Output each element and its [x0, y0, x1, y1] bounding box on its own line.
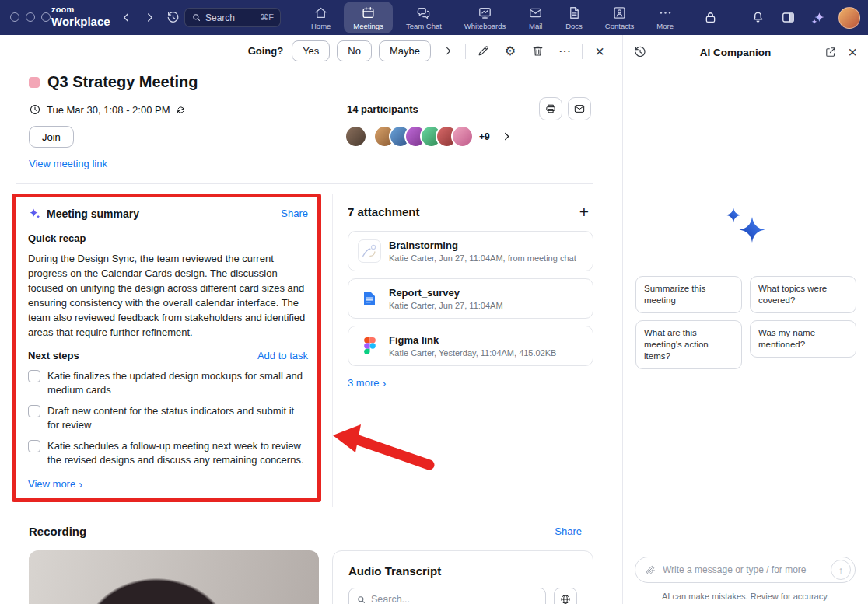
transcript-search-row	[348, 588, 577, 604]
team-chat-icon	[416, 5, 431, 20]
attachment-item[interactable]: Report_survey Katie Carter, Jun 27, 11:0…	[348, 278, 593, 319]
search-input[interactable]	[205, 12, 256, 23]
translate-icon	[559, 593, 572, 604]
ai-send-button[interactable]: ↑	[831, 560, 851, 580]
ai-panel-title: AI Companion	[651, 47, 820, 58]
next-steps-header: Next steps Add to task	[28, 350, 308, 361]
nav-label: Home	[311, 22, 331, 30]
topbar-right	[700, 0, 860, 35]
nav-label: Contacts	[605, 22, 635, 30]
window-zoom-button[interactable]	[41, 12, 51, 22]
meeting-detail-panel: Going? Yes No Maybe ⚙ ⋯ × Q3 Strategy Me…	[0, 35, 622, 604]
window-controls	[10, 12, 51, 22]
print-button[interactable]	[539, 97, 562, 120]
docs-icon	[567, 5, 582, 20]
brand-zoom: zoom	[51, 5, 110, 15]
search-icon	[356, 595, 366, 604]
nav-team-chat[interactable]: Team Chat	[397, 2, 451, 33]
summary-view-more-link[interactable]: View more›	[28, 477, 82, 491]
nav-more[interactable]: More	[647, 2, 683, 33]
task-text: Katie finalizes the updated design mocku…	[47, 369, 308, 397]
more-options-button[interactable]: ⋯	[555, 41, 575, 61]
ai-panel-header: AI Companion ×	[629, 41, 863, 63]
search-shortcut: ⌘F	[260, 12, 274, 23]
ai-sparkle-icon	[28, 207, 41, 220]
add-to-task-button[interactable]: Add to task	[257, 350, 308, 361]
delete-button[interactable]	[527, 41, 548, 61]
ai-message-input[interactable]	[663, 564, 824, 575]
attachment-item[interactable]: Figma link Katie Carter, Yesterday, 11:0…	[348, 326, 593, 366]
next-steps-list: Katie finalizes the updated design mocku…	[28, 369, 308, 467]
summary-header: Meeting summary Share	[28, 207, 308, 220]
nav-home[interactable]: Home	[302, 2, 340, 33]
nav-label: Mail	[529, 22, 542, 30]
meetings-icon	[361, 5, 376, 20]
view-meeting-link[interactable]: View meeting link	[29, 158, 107, 169]
attachment-meta: Katie Carter, Jun 27, 11:04AM	[389, 301, 503, 310]
close-meeting-detail-button[interactable]: ×	[590, 41, 610, 61]
task-item: Katie schedules a follow-up meeting next…	[28, 439, 308, 467]
chevron-left-icon	[120, 11, 133, 24]
window-minimize-button[interactable]	[26, 12, 35, 22]
arrow-up-icon: ↑	[838, 564, 844, 576]
gear-icon: ⚙	[505, 45, 516, 58]
nav-mail[interactable]: Mail	[519, 2, 552, 33]
edit-button[interactable]	[473, 41, 493, 61]
nav-docs[interactable]: Docs	[556, 2, 592, 33]
task-checkbox[interactable]	[28, 440, 40, 452]
window-close-button[interactable]	[10, 12, 19, 22]
attachment-name: Report_survey	[389, 287, 503, 299]
transcript-search[interactable]	[348, 588, 546, 604]
ai-chip-action-items[interactable]: What are this meeting's action items?	[635, 320, 742, 369]
join-button[interactable]: Join	[29, 126, 74, 148]
attachments-header: 7 attachment +	[348, 204, 593, 220]
participants-expand-button[interactable]	[501, 131, 513, 142]
ai-history-button[interactable]	[629, 41, 651, 63]
task-checkbox[interactable]	[28, 370, 40, 382]
rsvp-yes-button[interactable]: Yes	[292, 40, 330, 61]
rsvp-maybe-button[interactable]: Maybe	[379, 40, 431, 61]
side-panel-toggle-button[interactable]	[778, 8, 798, 28]
ai-pop-out-button[interactable]	[820, 41, 842, 63]
nav-contacts[interactable]: Contacts	[596, 2, 644, 33]
rsvp-no-button[interactable]: No	[337, 40, 372, 61]
rsvp-expand-button[interactable]	[438, 41, 458, 61]
home-icon	[313, 5, 328, 20]
attachments-more-link[interactable]: 3 more›	[348, 376, 386, 389]
avatar[interactable]	[451, 125, 474, 148]
ai-chip-summarize[interactable]: Summarize this meeting	[635, 276, 742, 313]
divider	[582, 44, 583, 59]
attachments-list: Brainstorming Katie Carter, Jun 27, 11:0…	[348, 231, 593, 366]
transcript-search-input[interactable]	[371, 594, 538, 604]
ai-close-button[interactable]: ×	[842, 41, 863, 63]
add-attachment-button[interactable]: +	[579, 204, 589, 220]
global-search[interactable]: ⌘F	[184, 8, 281, 27]
recording-share-button[interactable]: Share	[555, 525, 582, 537]
nav-meetings[interactable]: Meetings	[344, 2, 393, 33]
divider	[465, 44, 466, 59]
notifications-button[interactable]	[747, 8, 768, 28]
ai-message-bar[interactable]: ↑	[635, 557, 856, 583]
task-checkbox[interactable]	[28, 405, 40, 417]
participants-count: 14 participants	[347, 103, 418, 115]
summary-share-button[interactable]: Share	[281, 208, 308, 219]
settings-button[interactable]: ⚙	[500, 41, 520, 61]
lock-button[interactable]	[700, 8, 720, 28]
chevron-right-icon	[501, 131, 513, 142]
avatar[interactable]	[345, 125, 367, 148]
ai-companion-button[interactable]	[808, 8, 828, 28]
clock-icon	[29, 103, 41, 116]
ai-chip-topics[interactable]: What topics were covered?	[750, 276, 856, 313]
nav-whiteboards[interactable]: Whiteboards	[455, 2, 515, 33]
recording-video-thumbnail[interactable]	[29, 550, 319, 604]
user-avatar[interactable]	[838, 7, 860, 29]
envelope-icon	[573, 103, 586, 115]
ai-chip-name-mentioned[interactable]: Was my name mentioned?	[750, 320, 856, 358]
back-button[interactable]	[117, 8, 135, 26]
forward-button[interactable]	[140, 8, 159, 26]
history-button[interactable]	[163, 8, 182, 26]
attachment-meta: Katie Carter, Yesterday, 11:04AM, 415.02…	[389, 348, 556, 358]
attachment-item[interactable]: Brainstorming Katie Carter, Jun 27, 11:0…	[348, 231, 593, 271]
email-button[interactable]	[568, 97, 591, 120]
translate-button[interactable]	[554, 588, 577, 604]
